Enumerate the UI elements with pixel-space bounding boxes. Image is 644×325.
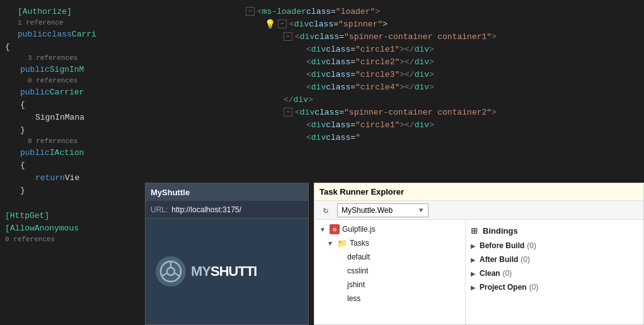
binding-item-clean[interactable]: ▶ Clean (0)	[466, 266, 643, 280]
xml-attr: class	[306, 7, 331, 16]
xml-line: − <div class="spinner-container containe…	[195, 106, 644, 118]
code-keyword: public	[20, 148, 50, 157]
binding-count: (0)	[503, 269, 512, 278]
code-brace: }	[20, 125, 25, 135]
binding-item-after-build[interactable]: ▶ After Build (0)	[466, 253, 643, 266]
tree-item-csslint[interactable]: csslint	[314, 264, 465, 278]
expand-icon: ▶	[471, 256, 477, 263]
code-keyword: return	[35, 173, 65, 183]
xml-val: "loader"	[336, 7, 375, 16]
binding-label: Project Open	[480, 283, 527, 292]
expand-arrow-icon: ▼	[319, 226, 327, 233]
collapse-icon[interactable]: −	[284, 32, 292, 41]
binding-count: (0)	[520, 255, 530, 264]
xml-line: <div class="circle2"></div>	[195, 55, 644, 68]
binding-count: (0)	[529, 283, 539, 292]
xml-tag: div	[294, 20, 309, 29]
myshuttle-titlebar: MyShuttle	[146, 183, 308, 201]
code-brace: {	[20, 100, 25, 110]
xml-line: <div class="circle1"></div>	[195, 43, 644, 55]
myshuttle-title: MyShuttle	[151, 188, 190, 197]
xml-bracket: >	[375, 7, 380, 16]
dropdown-arrow-icon: ▼	[418, 207, 424, 214]
logo-my-text: MY	[191, 263, 210, 279]
code-text: SignInM	[50, 65, 84, 74]
xml-line: <div class="	[195, 131, 644, 144]
tree-label: Gulpfile.js	[342, 225, 376, 234]
code-keyword: public	[20, 65, 50, 74]
tree-label: default	[347, 253, 370, 261]
code-brace: }	[20, 186, 25, 195]
binding-item-project-open[interactable]: ▶ Project Open (0)	[466, 280, 643, 294]
bindings-header: ⊞ Bindings	[466, 222, 643, 239]
lightbulb-icon: 💡	[265, 19, 275, 30]
expand-icon: ▶	[471, 270, 477, 277]
expand-icon: ▶	[471, 284, 477, 291]
binding-item-before-build[interactable]: ▶ Before Build (0)	[466, 239, 643, 253]
project-name: MyShuttle.Web	[342, 206, 393, 215]
task-runner-toolbar: ↻ MyShuttle.Web ▼	[314, 201, 643, 220]
xml-line: 💡 − <div class="spinner" >	[195, 18, 644, 30]
code-keyword: class	[47, 30, 72, 39]
bindings-title: Bindings	[483, 226, 518, 236]
xml-bracket: <	[289, 20, 294, 29]
logo-circle	[156, 256, 186, 287]
bindings-icon: ⊞	[471, 226, 478, 236]
xml-bracket2: >	[382, 20, 388, 29]
svg-line-3	[163, 273, 168, 276]
xml-line: <div class="circle3"></div>	[195, 68, 644, 81]
xml-line: − <ms-loader class="loader">	[195, 5, 644, 18]
code-text: [Authorize]	[18, 7, 72, 16]
tree-item-default[interactable]: default	[314, 250, 465, 264]
xml-tag: ms-loader	[262, 7, 306, 16]
svg-line-4	[174, 273, 180, 276]
xml-line: </div>	[195, 93, 644, 106]
code-text: [HttpGet]	[5, 211, 49, 220]
collapse-icon[interactable]: −	[278, 20, 287, 28]
myshuttle-logo: MYSHUTTI	[156, 256, 256, 287]
expand-arrow-icon: ▼	[327, 240, 335, 247]
code-type: Carrier	[50, 88, 84, 97]
binding-count: (0)	[527, 241, 536, 250]
task-runner-title: Task Runner Explorer	[319, 187, 638, 197]
task-tree: ▼ G Gulpfile.js ▼ 📁 Tasks default csslin…	[314, 220, 466, 324]
binding-label: After Build	[480, 255, 518, 264]
tree-label: less	[347, 294, 360, 303]
xml-eq: =	[331, 7, 336, 16]
tree-item-less[interactable]: less	[314, 292, 465, 305]
binding-label: Before Build	[480, 241, 524, 250]
tree-label: csslint	[347, 266, 368, 275]
logo-shuttle-text: SHUTTI	[210, 263, 256, 279]
xml-line: <div class="circle4"></div>	[195, 81, 644, 93]
logo-text: MYSHUTTI	[191, 263, 256, 280]
myshuttle-panel: MyShuttle URL: http://localhost:3175/ MY…	[145, 183, 309, 325]
tree-item-tasks[interactable]: ▼ 📁 Tasks	[314, 236, 465, 250]
collapse-icon[interactable]: −	[284, 108, 292, 117]
project-dropdown[interactable]: MyShuttle.Web ▼	[337, 203, 428, 217]
bindings-panel: ⊞ Bindings ▶ Before Build (0) ▶ After Bu…	[466, 220, 643, 324]
steering-wheel-icon	[159, 260, 182, 283]
folder-icon: 📁	[337, 239, 347, 248]
expand-icon: ▶	[471, 242, 477, 249]
xml-attr: class	[309, 20, 333, 29]
svg-point-1	[167, 268, 175, 275]
code-keyword: public	[18, 30, 47, 39]
myshuttle-content: MYSHUTTI	[146, 219, 308, 324]
code-classname: Carri	[72, 30, 96, 39]
tree-label: Tasks	[350, 239, 369, 248]
url-label: URL:	[151, 205, 168, 214]
tree-item-gulpfile[interactable]: ▼ G Gulpfile.js	[314, 222, 465, 236]
binding-label: Clean	[480, 269, 500, 278]
collapse-icon[interactable]: −	[246, 7, 255, 16]
task-runner-panel: Task Runner Explorer ↻ MyShuttle.Web ▼ ▼…	[314, 183, 644, 325]
code-text: [AllowAnonymous	[5, 224, 79, 233]
code-text: Vie	[65, 173, 79, 183]
url-value[interactable]: http://localhost:3175/	[171, 205, 241, 214]
xml-line: <div class="circle1"></div>	[195, 118, 644, 131]
refresh-button[interactable]: ↻	[319, 204, 332, 217]
code-text: {	[5, 42, 10, 52]
tree-item-jshint[interactable]: jshint	[314, 278, 465, 292]
tree-label: jshint	[347, 280, 365, 289]
myshuttle-url-bar: URL: http://localhost:3175/	[146, 201, 308, 219]
task-runner-titlebar: Task Runner Explorer	[314, 183, 643, 201]
